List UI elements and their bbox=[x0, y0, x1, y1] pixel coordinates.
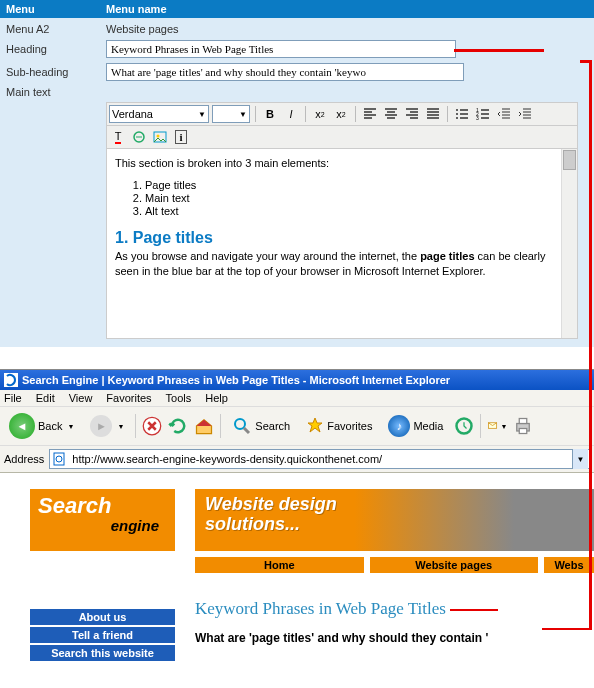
highlight-line bbox=[454, 49, 544, 52]
site-logo: Search engine bbox=[30, 489, 175, 551]
heading-input[interactable] bbox=[106, 40, 456, 58]
callout-line bbox=[589, 60, 592, 630]
svg-rect-16 bbox=[520, 429, 528, 434]
align-center-button[interactable] bbox=[382, 105, 400, 123]
side-search[interactable]: Search this website bbox=[30, 645, 175, 661]
svg-point-1 bbox=[456, 113, 458, 115]
forward-button[interactable]: ►▼ bbox=[85, 412, 129, 440]
search-button[interactable]: Search bbox=[227, 413, 295, 439]
outdent-button[interactable] bbox=[495, 105, 513, 123]
svg-point-11 bbox=[235, 419, 245, 429]
align-left-button[interactable] bbox=[361, 105, 379, 123]
list-item: Alt text bbox=[145, 205, 569, 217]
editor-toolbar-1: Verdana▼ ▼ B I x2 x2 123 bbox=[106, 102, 578, 126]
form-header: Menu Menu name bbox=[0, 0, 594, 18]
heading-label: Heading bbox=[6, 43, 106, 55]
titlebar: Search Engine | Keyword Phrases in Web P… bbox=[0, 370, 594, 390]
tab-pages[interactable]: Website pages bbox=[370, 557, 539, 573]
menu-file[interactable]: File bbox=[4, 392, 22, 404]
scrollbar[interactable] bbox=[561, 149, 577, 338]
editor-content[interactable]: This section is broken into 3 main eleme… bbox=[106, 149, 578, 339]
side-tellfriend[interactable]: Tell a friend bbox=[30, 627, 175, 643]
editor-heading: 1. Page titles bbox=[115, 229, 569, 247]
navbar: ◄ Back▼ ►▼ Search Favorites ♪ Media ▼ bbox=[0, 407, 594, 446]
page-viewport: Search engine About us Tell a friend Sea… bbox=[0, 473, 594, 688]
indent-button[interactable] bbox=[516, 105, 534, 123]
menu-label: Menu A2 bbox=[6, 23, 106, 35]
print-button[interactable] bbox=[513, 416, 533, 436]
italic-button[interactable]: I bbox=[282, 105, 300, 123]
svg-point-8 bbox=[157, 135, 160, 138]
info-button[interactable]: i bbox=[172, 128, 190, 146]
align-right-button[interactable] bbox=[403, 105, 421, 123]
tab-home[interactable]: Home bbox=[195, 557, 364, 573]
image-button[interactable] bbox=[151, 128, 169, 146]
ie-icon bbox=[4, 373, 18, 387]
list-item: Page titles bbox=[145, 179, 569, 191]
menu-help[interactable]: Help bbox=[205, 392, 228, 404]
favorites-button[interactable]: Favorites bbox=[301, 414, 377, 438]
callout-line bbox=[542, 628, 592, 630]
side-menu: About us Tell a friend Search this websi… bbox=[30, 609, 175, 661]
top-nav: Home Website pages Webs bbox=[195, 557, 594, 573]
subscript-button[interactable]: x2 bbox=[311, 105, 329, 123]
forward-icon: ► bbox=[90, 415, 112, 437]
rich-text-editor: Verdana▼ ▼ B I x2 x2 123 T i This s bbox=[100, 102, 578, 339]
menu-value: Website pages bbox=[106, 23, 179, 35]
superscript-button[interactable]: x2 bbox=[332, 105, 350, 123]
number-list-button[interactable]: 123 bbox=[474, 105, 492, 123]
header-menu: Menu bbox=[6, 3, 106, 15]
menu-tools[interactable]: Tools bbox=[166, 392, 192, 404]
subheading-label: Sub-heading bbox=[6, 66, 106, 78]
search-icon bbox=[232, 416, 252, 436]
page-icon bbox=[52, 452, 66, 466]
font-select[interactable]: Verdana▼ bbox=[109, 105, 209, 123]
svg-point-2 bbox=[456, 117, 458, 119]
url-input[interactable] bbox=[49, 449, 590, 469]
media-icon: ♪ bbox=[388, 415, 410, 437]
address-bar: Address ▼ bbox=[0, 446, 594, 473]
svg-rect-15 bbox=[520, 419, 528, 424]
header-menuname: Menu name bbox=[106, 3, 167, 15]
page-subheading: What are 'page titles' and why should th… bbox=[195, 631, 594, 645]
refresh-button[interactable] bbox=[168, 416, 188, 436]
media-button[interactable]: ♪ Media bbox=[383, 412, 448, 440]
list-item: Main text bbox=[145, 192, 569, 204]
back-icon: ◄ bbox=[9, 413, 35, 439]
browser-window: Search Engine | Keyword Phrases in Web P… bbox=[0, 369, 594, 688]
menu-view[interactable]: View bbox=[69, 392, 93, 404]
subheading-input[interactable] bbox=[106, 63, 464, 81]
side-about[interactable]: About us bbox=[30, 609, 175, 625]
page-title: Keyword Phrases in Web Page Titles bbox=[195, 599, 594, 619]
bold-button[interactable]: B bbox=[261, 105, 279, 123]
menu-favorites[interactable]: Favorites bbox=[106, 392, 151, 404]
svg-text:3: 3 bbox=[476, 115, 479, 121]
editor-list: Page titles Main text Alt text bbox=[145, 179, 569, 217]
scroll-thumb[interactable] bbox=[563, 150, 576, 170]
highlight-line bbox=[450, 609, 498, 611]
tab-partial[interactable]: Webs bbox=[544, 557, 594, 573]
menubar: File Edit View Favorites Tools Help bbox=[0, 390, 594, 407]
window-title: Search Engine | Keyword Phrases in Web P… bbox=[22, 374, 450, 386]
history-button[interactable] bbox=[454, 416, 474, 436]
maintext-label: Main text bbox=[6, 86, 106, 98]
text-color-button[interactable]: T bbox=[109, 128, 127, 146]
cms-form: Menu Menu name Menu A2 Website pages Hea… bbox=[0, 0, 594, 347]
callout-line bbox=[580, 60, 592, 63]
link-button[interactable] bbox=[130, 128, 148, 146]
editor-toolbar-2: T i bbox=[106, 126, 578, 149]
banner: Website design solutions... bbox=[195, 489, 594, 551]
bullet-list-button[interactable] bbox=[453, 105, 471, 123]
menu-edit[interactable]: Edit bbox=[36, 392, 55, 404]
address-label: Address bbox=[4, 453, 44, 465]
size-select[interactable]: ▼ bbox=[212, 105, 250, 123]
url-dropdown[interactable]: ▼ bbox=[572, 449, 588, 469]
editor-intro: This section is broken into 3 main eleme… bbox=[115, 157, 569, 169]
stop-button[interactable] bbox=[142, 416, 162, 436]
align-justify-button[interactable] bbox=[424, 105, 442, 123]
mail-button[interactable]: ▼ bbox=[487, 416, 507, 436]
editor-paragraph: As you browse and navigate your way arou… bbox=[115, 249, 569, 279]
svg-point-0 bbox=[456, 109, 458, 111]
home-button[interactable] bbox=[194, 416, 214, 436]
back-button[interactable]: ◄ Back▼ bbox=[4, 410, 79, 442]
